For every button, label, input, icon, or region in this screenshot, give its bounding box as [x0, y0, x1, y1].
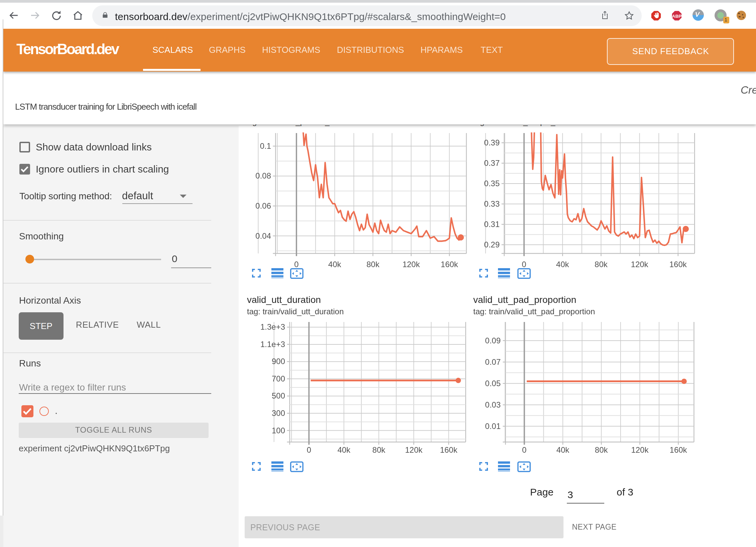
- svg-text:ABP: ABP: [672, 13, 682, 18]
- svg-text:0: 0: [522, 445, 526, 454]
- svg-text:120k: 120k: [631, 445, 649, 454]
- svg-text:0.03: 0.03: [485, 400, 501, 409]
- svg-text:40k: 40k: [556, 445, 570, 454]
- svg-text:80k: 80k: [595, 445, 608, 454]
- svg-text:0.01: 0.01: [485, 422, 501, 431]
- svg-text:0.09: 0.09: [485, 336, 501, 345]
- svg-text:160k: 160k: [670, 445, 687, 454]
- svg-text:0.05: 0.05: [485, 379, 501, 388]
- svg-text:0.07: 0.07: [485, 357, 501, 366]
